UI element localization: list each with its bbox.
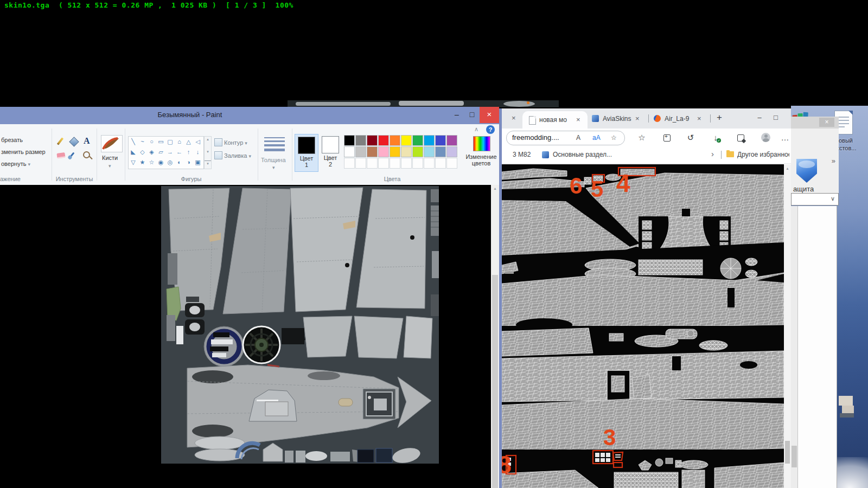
text-tool-button[interactable]: A (82, 136, 93, 147)
shape-arrow-up[interactable]: ↑ (184, 147, 193, 157)
shapes-scrollbar[interactable]: ▴ ▾ ▾ (204, 136, 212, 169)
palette-swatch[interactable] (401, 135, 412, 146)
new-tab-button[interactable]: + (712, 111, 726, 125)
dialog-scrollbar[interactable] (791, 206, 797, 488)
shape-hexagon[interactable]: ▱ (156, 147, 165, 157)
tab-aviaskins[interactable]: AviaSkins × (590, 112, 646, 126)
read-aloud-icon[interactable]: A (576, 134, 580, 142)
palette-swatch[interactable] (344, 146, 355, 157)
outline-dropdown[interactable]: Контур ▾ (214, 138, 247, 146)
palette-swatch-empty[interactable] (435, 158, 446, 169)
magnifier-tool-button[interactable] (82, 150, 93, 161)
palette-swatch[interactable] (378, 135, 389, 146)
palette-swatch[interactable] (424, 135, 435, 146)
palette-swatch-empty[interactable] (378, 158, 389, 169)
paint-vertical-scrollbar[interactable]: ▴ (491, 185, 499, 488)
crop-button[interactable]: брезать (1, 137, 23, 143)
shape-line[interactable]: ╲ (129, 137, 138, 147)
palette-swatch[interactable] (390, 135, 400, 146)
edit-colors-button[interactable]: Изменениецветов (461, 153, 502, 166)
paint-maximize-button[interactable]: □ (464, 107, 480, 123)
bookmark-m82[interactable]: 3 М82 (513, 151, 531, 158)
bookmarks-overflow-icon[interactable]: › (711, 149, 714, 158)
eraser-tool-button[interactable] (56, 150, 67, 161)
scrollbar-thumb[interactable] (785, 441, 790, 464)
antivirus-dialog-titlebar[interactable]: × (791, 117, 839, 129)
downloads-icon[interactable]: ↓✓ (710, 133, 721, 142)
tab-close-icon[interactable]: × (576, 115, 580, 124)
color1-button[interactable]: Цвет1 (295, 134, 318, 172)
scroll-down-icon[interactable]: ▾ (205, 149, 211, 154)
palette-swatch-empty[interactable] (355, 158, 366, 169)
palette-swatch[interactable] (446, 135, 457, 146)
tab-close-icon[interactable]: × (697, 114, 701, 123)
palette-swatch[interactable] (344, 135, 355, 146)
history-icon[interactable]: ↺ (685, 133, 696, 143)
shape-polygon[interactable]: ⌂ (175, 137, 184, 147)
web-capture-icon[interactable] (737, 134, 744, 142)
shape-right-triangle[interactable]: ◁ (193, 137, 202, 147)
palette-swatch[interactable] (435, 146, 446, 157)
palette-swatch[interactable] (412, 146, 423, 157)
dialog-dropdown[interactable]: ∨ (791, 193, 839, 206)
brushes-button[interactable] (101, 135, 123, 152)
address-bar[interactable]: freemodding.... A aA ☆ (506, 131, 625, 145)
palette-swatch[interactable] (355, 146, 366, 157)
tab-close-icon[interactable]: × (635, 114, 640, 123)
palette-swatch[interactable] (435, 135, 446, 146)
palette-swatch[interactable] (424, 146, 435, 157)
palette-swatch-empty[interactable] (424, 158, 435, 169)
paint-titlebar[interactable]: Безымянный - Paint – □ × (0, 107, 499, 124)
palette-swatch[interactable] (412, 135, 423, 146)
palette-swatch-empty[interactable] (367, 158, 378, 169)
shape-callout-5[interactable]: ▣ (193, 157, 202, 168)
paint-minimize-button[interactable]: – (449, 107, 464, 123)
shape-oval[interactable]: ○ (147, 137, 156, 147)
fill-dropdown[interactable]: Заливка ▾ (214, 151, 251, 159)
shape-triangle-down[interactable]: ▽ (129, 157, 138, 168)
dialog-list-panel[interactable] (797, 206, 837, 488)
shape-rectangle[interactable]: ▭ (156, 137, 165, 147)
shape-arrow-down[interactable]: ↓ (193, 147, 202, 157)
other-favorites[interactable]: Другое избранное (737, 151, 789, 158)
shape-star[interactable]: ☆ (147, 157, 156, 168)
palette-swatch[interactable] (367, 146, 378, 157)
scrollbar-thumb[interactable] (492, 275, 498, 488)
bookmark-main-sections[interactable]: Основные раздел... (553, 151, 612, 158)
palette-swatch[interactable] (390, 146, 400, 157)
scroll-up-icon[interactable]: ▴ (784, 166, 791, 171)
settings-more-icon[interactable]: … (780, 133, 790, 142)
shape-callout-4[interactable]: ◑ (184, 157, 193, 168)
scroll-up-icon[interactable]: ▴ (205, 137, 211, 142)
browser-maximize-button[interactable]: □ (769, 111, 783, 125)
resize-button[interactable]: зменить размер (1, 149, 46, 155)
rotate-button[interactable]: овернуть ▾ (1, 160, 30, 167)
shape-triangle[interactable]: △ (184, 137, 193, 147)
shape-arrow-right[interactable]: → (165, 147, 175, 157)
palette-swatch-empty[interactable] (446, 158, 457, 169)
hidden-tab-close-icon[interactable]: × (512, 114, 516, 122)
color2-button[interactable]: Цвет2 (320, 134, 341, 171)
dialog-close-button[interactable]: × (819, 118, 834, 127)
palette-swatch[interactable] (446, 146, 457, 157)
palette-swatch[interactable] (401, 146, 412, 157)
shape-corner-triangle[interactable]: ◣ (129, 147, 138, 157)
shape-callout-3[interactable]: ◐ (175, 157, 184, 168)
palette-swatch[interactable] (378, 146, 389, 157)
scroll-up-icon[interactable]: ▴ (491, 186, 499, 191)
tab-novaya[interactable]: новая мо × (522, 111, 588, 129)
shape-callout-1[interactable]: ◉ (156, 157, 165, 168)
translate-icon[interactable]: aA (592, 134, 601, 142)
paint-canvas[interactable] (161, 186, 439, 464)
palette-swatch-empty[interactable] (344, 158, 355, 169)
tab-air-la9[interactable]: Air_La-9 × (652, 112, 707, 126)
thickness-button[interactable]: Толщина (261, 157, 286, 163)
paint-close-button[interactable]: × (480, 107, 499, 123)
pencil-tool-button[interactable] (56, 136, 67, 147)
shape-callout-2[interactable]: ◎ (165, 157, 175, 168)
profile-avatar[interactable] (761, 133, 770, 142)
shape-pentagon[interactable]: ◈ (147, 147, 156, 157)
shape-rounded-rectangle[interactable]: ▢ (165, 137, 175, 147)
shapes-more-icon[interactable]: ▾ (205, 160, 211, 166)
shape-arrow-left[interactable]: ← (175, 147, 184, 157)
